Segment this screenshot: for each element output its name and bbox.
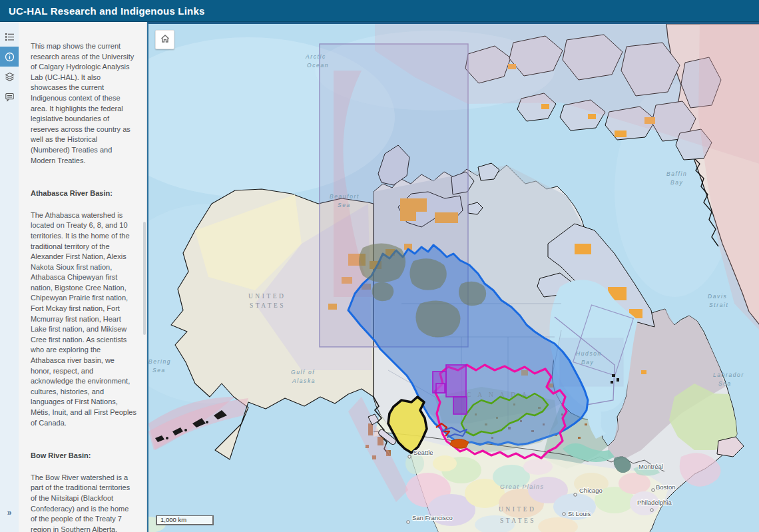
- map-canvas[interactable]: ArcticOcean BeaufortSea BeringSea Gulf o…: [148, 24, 759, 532]
- section-heading-athabasca: Athabasca River Basin:: [31, 188, 136, 199]
- layers-button[interactable]: [0, 67, 19, 87]
- section-body-athabasca: The Athabasca watershed is located on Tr…: [31, 210, 136, 428]
- page-title: UC-HAL Research and Indigenous Links: [0, 5, 204, 17]
- feedback-button[interactable]: [0, 87, 19, 107]
- legend-list-button[interactable]: [0, 27, 19, 47]
- panel-scrollbar[interactable]: [143, 222, 146, 335]
- info-icon: [5, 52, 15, 62]
- info-button[interactable]: [0, 47, 19, 67]
- legend-list-icon: [5, 32, 15, 42]
- collapse-panel-button[interactable]: »: [0, 508, 19, 517]
- section-heading-bow: Bow River Basin:: [31, 451, 136, 461]
- svg-text:St Louis: St Louis: [568, 510, 591, 517]
- svg-text:Seattle: Seattle: [413, 449, 433, 456]
- home-button[interactable]: [155, 30, 174, 49]
- svg-text:San Francisco: San Francisco: [412, 514, 453, 521]
- svg-text:Philadelphia: Philadelphia: [637, 499, 672, 506]
- layers-icon: [5, 72, 15, 82]
- app-header: UC-HAL Research and Indigenous Links: [0, 0, 759, 22]
- home-icon: [160, 33, 170, 47]
- svg-text:Chicago: Chicago: [579, 487, 603, 494]
- scale-bar: 1,000 km: [156, 515, 214, 525]
- app-window: UC-HAL Research and Indigenous Links: [0, 0, 759, 532]
- tool-rail: »: [0, 22, 19, 532]
- svg-text:Montréal: Montréal: [638, 463, 663, 470]
- svg-text:C A N A D A: C A N A D A: [467, 392, 529, 398]
- intro-paragraph: This map shows the current research area…: [31, 41, 136, 166]
- info-panel[interactable]: This map shows the current research area…: [19, 22, 147, 532]
- svg-text:Great Plains: Great Plains: [500, 483, 544, 490]
- feedback-card-icon: [5, 92, 15, 102]
- svg-text:Boston: Boston: [656, 483, 676, 491]
- map-view[interactable]: ArcticOcean BeaufortSea BeringSea Gulf o…: [147, 22, 759, 532]
- section-body-bow: The Bow River watershed is a part of the…: [31, 473, 136, 532]
